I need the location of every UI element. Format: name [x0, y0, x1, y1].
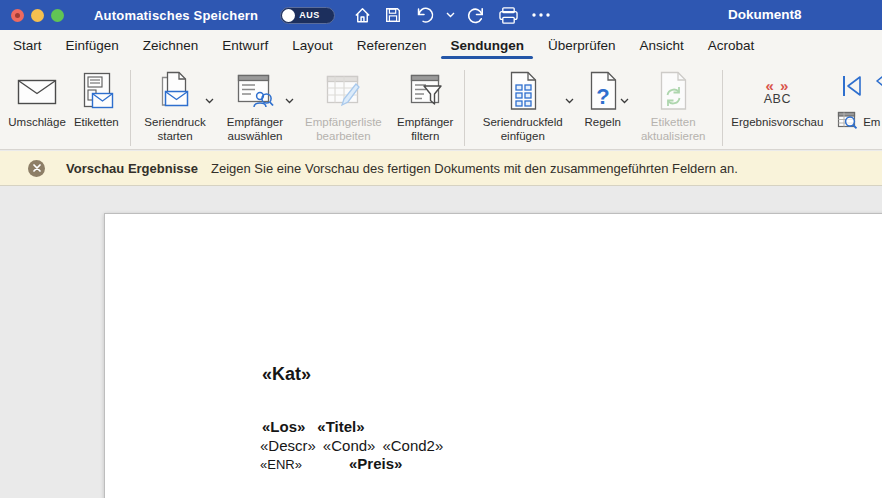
dropdown-chevron-icon: [620, 90, 629, 108]
start-mail-merge-icon: [156, 70, 194, 114]
tab-entwurf[interactable]: Entwurf: [210, 30, 280, 60]
ribbon-button-label: Ergebnisvorschau: [731, 115, 823, 129]
status-x-circle-icon: [28, 160, 45, 177]
filter-recipients-button[interactable]: Empfänger filtern: [391, 68, 459, 143]
merge-field-los[interactable]: «Los»: [262, 418, 305, 435]
dropdown-chevron-icon: [285, 90, 294, 108]
document-canvas: «Kat» «Los»«Titel» «Descr»«Cond»«Cond2» …: [0, 186, 882, 498]
ribbon-group-separator: [130, 70, 131, 146]
envelopes-button[interactable]: Umschläge: [6, 68, 68, 129]
quick-access-toolbar: [353, 6, 551, 25]
redo-icon[interactable]: [467, 6, 486, 25]
traffic-lights: [11, 9, 64, 22]
message-bar-title: Vorschau Ergebnisse: [66, 161, 198, 176]
ribbon-tab-bar: Start Einfügen Zeichnen Entwurf Layout R…: [0, 30, 882, 60]
tab-einfuegen[interactable]: Einfügen: [54, 30, 131, 60]
labels-button[interactable]: Etiketten: [68, 68, 124, 129]
preview-results-icon: « » ABC: [764, 70, 791, 114]
autosave-state: AUS: [299, 10, 320, 20]
ribbon: Umschläge Etiketten Seriendruck starten …: [0, 60, 882, 150]
autosave-label: Automatisches Speichern: [94, 8, 258, 23]
start-mail-merge-button[interactable]: Seriendruck starten: [136, 68, 215, 143]
previous-record-button-clipped[interactable]: [874, 70, 882, 92]
toggle-knob-icon: [282, 9, 295, 22]
edit-recipient-list-button: Empfängerliste bearbeiten: [295, 68, 391, 143]
home-icon[interactable]: [353, 6, 372, 25]
minimize-button[interactable]: [31, 9, 44, 22]
tab-zeichnen[interactable]: Zeichnen: [131, 30, 211, 60]
tab-ansicht[interactable]: Ansicht: [628, 30, 696, 60]
select-recipients-icon: [235, 70, 275, 114]
autosave-toggle[interactable]: AUS: [280, 7, 335, 24]
find-recipient-button[interactable]: Em: [837, 110, 882, 134]
undo-dropdown-chevron-icon[interactable]: [446, 12, 455, 18]
ribbon-button-label: Etiketten: [74, 115, 119, 129]
dropdown-chevron-icon: [565, 90, 574, 108]
abc-glyph: ABC: [764, 93, 791, 106]
tab-referenzen[interactable]: Referenzen: [345, 30, 439, 60]
labels-icon: [78, 70, 114, 114]
envelope-icon: [17, 70, 57, 114]
merge-field-preis[interactable]: «Preis»: [349, 455, 402, 472]
message-bar: Vorschau Ergebnisse Zeigen Sie eine Vors…: [0, 151, 882, 186]
filter-recipients-icon: [406, 70, 444, 114]
merge-field-cond2[interactable]: «Cond2»: [382, 437, 443, 454]
merge-field-line: «Descr»«Cond»«Cond2»: [260, 437, 443, 454]
merge-field-kat[interactable]: «Kat»: [262, 364, 311, 385]
document-title: Dokument8: [728, 7, 802, 22]
update-labels-icon: [656, 70, 690, 114]
ribbon-button-label: Empfänger auswählen: [215, 115, 296, 143]
ribbon-group-separator: [722, 70, 723, 146]
insert-merge-field-button[interactable]: Seriendruckfeld einfügen: [470, 68, 575, 143]
merge-field-line: «Los»«Titel»: [262, 418, 365, 435]
find-recipient-icon: [837, 110, 859, 134]
tab-ueberpruefen[interactable]: Überprüfen: [536, 30, 628, 60]
update-labels-button: Etiketten aktualisieren: [630, 68, 717, 143]
svg-text:?: ?: [596, 84, 609, 109]
message-bar-text: Zeigen Sie eine Vorschau des fertigen Do…: [211, 161, 738, 176]
ribbon-button-label: Etiketten aktualisieren: [630, 115, 717, 143]
tab-acrobat[interactable]: Acrobat: [696, 30, 767, 60]
edit-recipient-list-icon: [323, 70, 363, 114]
tab-layout[interactable]: Layout: [280, 30, 345, 60]
undo-icon[interactable]: [414, 6, 434, 25]
ribbon-button-label: Empfänger filtern: [391, 115, 459, 143]
ribbon-group-separator: [464, 70, 465, 146]
active-tab-underline: [441, 56, 533, 60]
save-icon[interactable]: [384, 6, 402, 24]
merge-field-cond[interactable]: «Cond»: [323, 437, 376, 454]
word-window: Automatisches Speichern AUS: [0, 0, 882, 498]
titlebar: Automatisches Speichern AUS: [0, 0, 882, 30]
ribbon-button-label: Seriendruck starten: [136, 115, 215, 143]
more-commands-icon[interactable]: [531, 12, 551, 18]
merge-field-descr[interactable]: «Descr»: [260, 437, 316, 454]
insert-merge-field-icon: [506, 70, 540, 114]
rules-button[interactable]: ? Regeln: [575, 68, 630, 129]
find-recipient-label: Em: [863, 116, 880, 128]
ribbon-button-label: Regeln: [584, 115, 620, 129]
select-recipients-button[interactable]: Empfänger auswählen: [215, 68, 296, 143]
preview-results-button[interactable]: « » ABC Ergebnisvorschau: [728, 68, 828, 129]
ribbon-button-label: Empfängerliste bearbeiten: [295, 115, 391, 143]
merge-field-enr[interactable]: «ENR»: [260, 457, 302, 472]
tab-sendungen[interactable]: Sendungen: [438, 30, 536, 60]
merge-field-titel[interactable]: «Titel»: [317, 418, 364, 435]
print-icon[interactable]: [498, 6, 519, 25]
ribbon-button-label: Umschläge: [8, 115, 66, 129]
rules-icon: ?: [586, 70, 620, 114]
zoom-button[interactable]: [51, 9, 64, 22]
guillemets-glyph: « »: [764, 79, 791, 93]
close-button[interactable]: [11, 9, 24, 22]
ribbon-button-label: Seriendruckfeld einfügen: [470, 115, 575, 143]
dropdown-chevron-icon: [205, 90, 214, 108]
tab-start[interactable]: Start: [1, 30, 54, 60]
document-page[interactable]: «Kat» «Los»«Titel» «Descr»«Cond»«Cond2» …: [104, 213, 882, 498]
